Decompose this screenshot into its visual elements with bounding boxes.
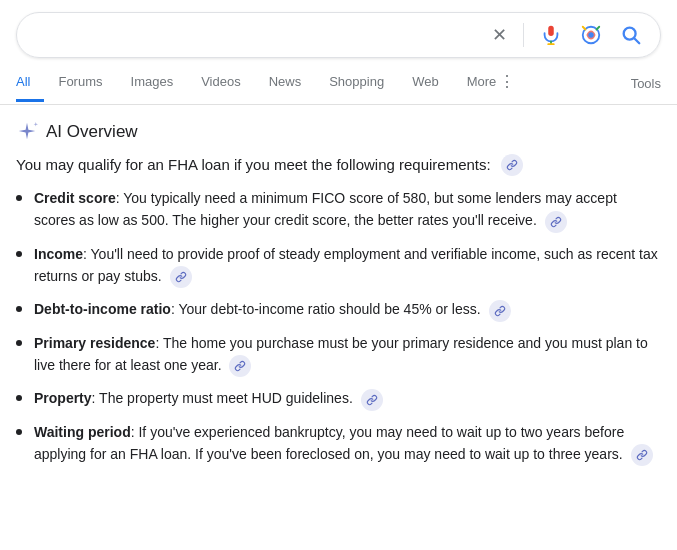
ai-overview-section: AI Overview You may qualify for an FHA l… bbox=[0, 105, 677, 466]
chain-link-icon bbox=[550, 216, 562, 228]
bullet-dot bbox=[16, 395, 22, 401]
chain-link-icon bbox=[506, 159, 518, 171]
clear-button[interactable]: ✕ bbox=[488, 20, 511, 50]
more-dots-icon: ⋮ bbox=[499, 72, 515, 91]
tab-shopping[interactable]: Shopping bbox=[315, 64, 398, 102]
bullet-link-icon[interactable] bbox=[361, 389, 383, 411]
bullet-text: Property: The property must meet HUD gui… bbox=[34, 387, 661, 410]
svg-line-6 bbox=[634, 38, 639, 43]
lens-icon bbox=[580, 24, 602, 46]
bullet-body: : Your debt-to-income ratio should be 45… bbox=[171, 301, 481, 317]
list-item: Waiting period: If you've experienced ba… bbox=[16, 421, 661, 467]
bullet-body: : The property must meet HUD guidelines. bbox=[92, 390, 353, 406]
search-icons: ✕ bbox=[488, 20, 646, 50]
chain-link-icon bbox=[234, 360, 246, 372]
chain-link-icon bbox=[175, 271, 187, 283]
ai-content: You may qualify for an FHA loan if you m… bbox=[16, 153, 661, 466]
list-item: Credit score: You typically need a minim… bbox=[16, 187, 661, 233]
search-button[interactable] bbox=[616, 20, 646, 50]
chain-link-icon bbox=[494, 305, 506, 317]
search-bar-wrapper: do I qualify for a fha loan ✕ bbox=[0, 0, 677, 58]
list-item: Debt-to-income ratio: Your debt-to-incom… bbox=[16, 298, 661, 321]
bullet-body: : You'll need to provide proof of steady… bbox=[34, 246, 658, 284]
intro-link-icon[interactable] bbox=[501, 154, 523, 176]
chain-link-icon bbox=[366, 394, 378, 406]
tab-news[interactable]: News bbox=[255, 64, 316, 102]
search-bar: do I qualify for a fha loan ✕ bbox=[16, 12, 661, 58]
tab-web[interactable]: Web bbox=[398, 64, 453, 102]
bullet-dot bbox=[16, 340, 22, 346]
bullet-bold: Primary residence bbox=[34, 335, 155, 351]
bullet-text: Debt-to-income ratio: Your debt-to-incom… bbox=[34, 298, 661, 321]
nav-tabs: All Forums Images Videos News Shopping W… bbox=[0, 62, 677, 105]
bullet-link-icon[interactable] bbox=[170, 266, 192, 288]
bullet-text: Credit score: You typically need a minim… bbox=[34, 187, 661, 233]
ai-sparkle-icon bbox=[16, 121, 38, 143]
bullet-bold: Property bbox=[34, 390, 92, 406]
bullet-bold: Debt-to-income ratio bbox=[34, 301, 171, 317]
close-icon: ✕ bbox=[492, 24, 507, 46]
bullet-body: : You typically need a minimum FICO scor… bbox=[34, 190, 617, 228]
divider bbox=[523, 23, 524, 47]
tab-images[interactable]: Images bbox=[117, 64, 188, 102]
bullet-bold: Income bbox=[34, 246, 83, 262]
bullet-link-icon[interactable] bbox=[489, 300, 511, 322]
chain-link-icon bbox=[636, 449, 648, 461]
tab-tools[interactable]: Tools bbox=[617, 66, 661, 101]
tab-videos[interactable]: Videos bbox=[187, 64, 255, 102]
bullet-text: Waiting period: If you've experienced ba… bbox=[34, 421, 661, 467]
bullet-dot bbox=[16, 195, 22, 201]
mic-icon bbox=[540, 24, 562, 46]
tab-more[interactable]: More ⋮ bbox=[453, 62, 530, 104]
bullet-dot bbox=[16, 429, 22, 435]
bullet-link-icon[interactable] bbox=[545, 211, 567, 233]
list-item: Property: The property must meet HUD gui… bbox=[16, 387, 661, 410]
bullet-link-icon[interactable] bbox=[229, 355, 251, 377]
ai-overview-title: AI Overview bbox=[46, 122, 138, 142]
lens-button[interactable] bbox=[576, 20, 606, 50]
list-item: Primary residence: The home you purchase… bbox=[16, 332, 661, 378]
svg-point-4 bbox=[588, 32, 594, 38]
bullet-text: Income: You'll need to provide proof of … bbox=[34, 243, 661, 289]
search-icon bbox=[620, 24, 642, 46]
bullet-dot bbox=[16, 251, 22, 257]
tab-forums[interactable]: Forums bbox=[44, 64, 116, 102]
ai-intro: You may qualify for an FHA loan if you m… bbox=[16, 153, 661, 177]
bullet-bold: Credit score bbox=[34, 190, 116, 206]
search-input[interactable]: do I qualify for a fha loan bbox=[31, 26, 488, 44]
mic-button[interactable] bbox=[536, 20, 566, 50]
bullet-text: Primary residence: The home you purchase… bbox=[34, 332, 661, 378]
tab-all[interactable]: All bbox=[16, 64, 44, 102]
bullet-link-icon[interactable] bbox=[631, 444, 653, 466]
svg-rect-0 bbox=[548, 26, 554, 36]
ai-overview-header: AI Overview bbox=[16, 121, 661, 143]
bullet-list: Credit score: You typically need a minim… bbox=[16, 187, 661, 466]
bullet-dot bbox=[16, 306, 22, 312]
list-item: Income: You'll need to provide proof of … bbox=[16, 243, 661, 289]
bullet-bold: Waiting period bbox=[34, 424, 131, 440]
